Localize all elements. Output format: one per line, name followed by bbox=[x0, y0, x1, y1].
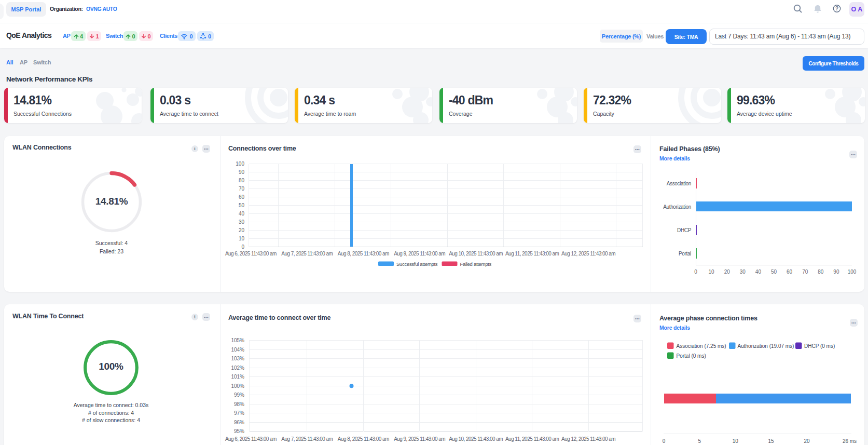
svg-text:100%: 100% bbox=[231, 383, 244, 389]
svg-text:40: 40 bbox=[755, 269, 762, 275]
svg-text:10: 10 bbox=[239, 236, 245, 241]
svg-text:Authorization: Authorization bbox=[663, 204, 691, 210]
svg-text:0: 0 bbox=[694, 269, 697, 275]
svg-text:60: 60 bbox=[239, 194, 245, 200]
svg-text:Aug 10, 2025 11:43:00 am: Aug 10, 2025 11:43:00 am bbox=[449, 251, 503, 257]
svg-text:Aug 10, 2025 11:43:00 am: Aug 10, 2025 11:43:00 am bbox=[449, 436, 503, 442]
svg-text:DHCP (0 ms): DHCP (0 ms) bbox=[804, 343, 835, 349]
svg-text:10: 10 bbox=[709, 269, 715, 275]
svg-text:Aug 11, 2025 11:43:00 am: Aug 11, 2025 11:43:00 am bbox=[505, 251, 559, 257]
svg-text:Aug 12, 2025 11:43:00 am: Aug 12, 2025 11:43:00 am bbox=[561, 436, 615, 442]
svg-text:105%: 105% bbox=[231, 338, 244, 343]
svg-text:10: 10 bbox=[733, 438, 739, 444]
svg-text:50: 50 bbox=[771, 269, 777, 275]
svg-text:Portal: Portal bbox=[679, 251, 691, 257]
svg-text:50: 50 bbox=[239, 203, 245, 208]
svg-text:Failed attempts: Failed attempts bbox=[460, 261, 492, 267]
svg-text:70: 70 bbox=[239, 186, 245, 192]
svg-text:40: 40 bbox=[239, 211, 245, 217]
svg-text:5: 5 bbox=[698, 438, 701, 444]
svg-text:Aug 8, 2025 11:43:00 am: Aug 8, 2025 11:43:00 am bbox=[338, 436, 389, 442]
svg-text:Aug 8, 2025 11:43:00 am: Aug 8, 2025 11:43:00 am bbox=[338, 251, 389, 257]
svg-text:101%: 101% bbox=[231, 374, 244, 380]
svg-text:80: 80 bbox=[818, 269, 824, 275]
svg-text:20: 20 bbox=[804, 438, 810, 444]
svg-text:20: 20 bbox=[724, 269, 731, 275]
svg-text:20: 20 bbox=[239, 227, 245, 233]
svg-text:60: 60 bbox=[787, 269, 793, 275]
svg-text:80: 80 bbox=[239, 178, 245, 183]
svg-text:70: 70 bbox=[802, 269, 808, 275]
svg-text:0: 0 bbox=[241, 244, 244, 250]
svg-text:Aug 9, 2025 11:43:00 am: Aug 9, 2025 11:43:00 am bbox=[394, 251, 445, 257]
svg-text:Aug 6, 2025 11:43:00 am: Aug 6, 2025 11:43:00 am bbox=[225, 436, 277, 442]
svg-text:30: 30 bbox=[239, 219, 245, 225]
svg-text:Aug 12, 2025 11:43:00 am: Aug 12, 2025 11:43:00 am bbox=[561, 251, 615, 257]
svg-text:100: 100 bbox=[848, 269, 857, 275]
svg-text:95%: 95% bbox=[234, 428, 244, 434]
svg-text:Association (7.25 ms): Association (7.25 ms) bbox=[677, 343, 726, 349]
svg-text:104%: 104% bbox=[231, 347, 244, 353]
svg-text:Aug 9, 2025 11:43:00 am: Aug 9, 2025 11:43:00 am bbox=[394, 436, 445, 442]
svg-text:0: 0 bbox=[663, 438, 666, 444]
svg-text:30: 30 bbox=[740, 269, 746, 275]
svg-text:Portal (0 ms): Portal (0 ms) bbox=[677, 353, 706, 359]
svg-text:103%: 103% bbox=[231, 356, 244, 361]
svg-text:15: 15 bbox=[768, 438, 775, 444]
svg-text:97%: 97% bbox=[234, 410, 244, 416]
svg-text:90: 90 bbox=[239, 169, 245, 175]
svg-text:Authorization (19.07 ms): Authorization (19.07 ms) bbox=[738, 343, 794, 349]
svg-text:Aug 7, 2025 11:43:00 am: Aug 7, 2025 11:43:00 am bbox=[281, 251, 333, 257]
svg-text:102%: 102% bbox=[231, 365, 244, 371]
svg-text:Aug 7, 2025 11:43:00 am: Aug 7, 2025 11:43:00 am bbox=[281, 436, 333, 442]
svg-text:26 ms: 26 ms bbox=[843, 438, 857, 444]
svg-text:Aug 11, 2025 11:43:00 am: Aug 11, 2025 11:43:00 am bbox=[505, 436, 559, 442]
svg-text:Successful attempts: Successful attempts bbox=[396, 261, 438, 267]
svg-text:90: 90 bbox=[833, 269, 839, 275]
svg-text:96%: 96% bbox=[234, 420, 244, 425]
svg-text:100: 100 bbox=[236, 161, 244, 167]
svg-text:98%: 98% bbox=[234, 401, 244, 407]
svg-text:99%: 99% bbox=[234, 392, 244, 398]
svg-text:Association: Association bbox=[667, 181, 691, 186]
svg-text:DHCP: DHCP bbox=[677, 227, 692, 233]
svg-text:Aug 6, 2025 11:43:00 am: Aug 6, 2025 11:43:00 am bbox=[225, 251, 277, 257]
